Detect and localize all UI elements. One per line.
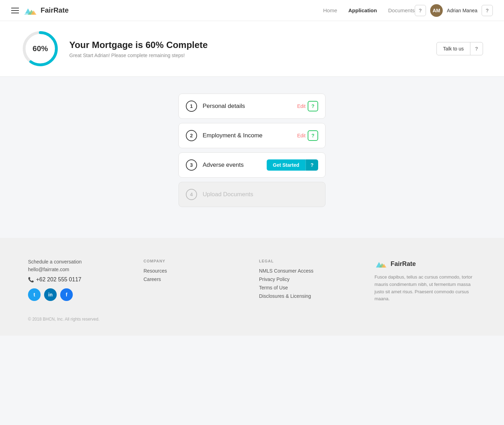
logo-icon bbox=[23, 5, 38, 16]
nav-right: ? AM Adrian Manea ? bbox=[415, 4, 493, 17]
footer-email[interactable]: hello@fairrate.com bbox=[28, 267, 130, 272]
progress-percent: 60% bbox=[33, 44, 48, 53]
step-number-3: 3 bbox=[186, 159, 197, 171]
svg-rect-3 bbox=[25, 13, 28, 15]
schedule-label: Schedule a conversation bbox=[28, 259, 130, 265]
brand-name: FairRate bbox=[41, 6, 69, 14]
main-content: 1 Personal details Edit ? 2 Employment &… bbox=[0, 77, 504, 224]
step-actions-1: Edit ? bbox=[297, 101, 318, 111]
step-number-2: 2 bbox=[186, 130, 197, 141]
user-name: Adrian Manea bbox=[447, 8, 477, 13]
progress-title: Your Mortgage is 60% Complete bbox=[69, 40, 208, 50]
company-heading: Company bbox=[144, 259, 245, 263]
step-actions-3: Get Started ? bbox=[267, 159, 318, 171]
nav-left: FairRate bbox=[11, 5, 323, 16]
step-1-help-button[interactable]: ? bbox=[308, 101, 318, 111]
footer-brand-description: Fusce dapibus, tellus ac cursus commodo,… bbox=[374, 274, 476, 303]
phone-row: 📞 +62 202 555 0117 bbox=[28, 276, 130, 283]
footer-privacy[interactable]: Privacy Policy bbox=[259, 276, 360, 282]
nav-documents[interactable]: Documents bbox=[388, 7, 415, 13]
progress-subtitle: Great Start Adrian! Please complete rema… bbox=[69, 53, 208, 58]
step-title-2: Employment & Income bbox=[203, 132, 292, 139]
footer-logo-icon bbox=[374, 259, 388, 269]
legal-heading: Legal bbox=[259, 259, 360, 263]
footer-contact: Schedule a conversation hello@fairrate.c… bbox=[28, 259, 130, 303]
nav-help-button[interactable]: ? bbox=[415, 5, 426, 16]
avatar: AM bbox=[430, 4, 443, 17]
step-title-4: Upload Documents bbox=[203, 191, 318, 198]
navbar: FairRate Home Application Documents ? AM… bbox=[0, 0, 504, 21]
twitter-button[interactable]: t bbox=[28, 288, 41, 301]
footer-brand-name: FairRate bbox=[391, 260, 416, 268]
nav-links: Home Application Documents bbox=[323, 7, 415, 13]
talk-to-us-button[interactable]: Talk to us ? bbox=[436, 42, 483, 55]
footer-grid: Schedule a conversation hello@fairrate.c… bbox=[28, 259, 476, 303]
get-started-button[interactable]: Get Started bbox=[267, 159, 306, 171]
phone-icon: 📞 bbox=[28, 277, 34, 282]
footer-company: Company Resources Careers bbox=[144, 259, 245, 303]
step-card-3: 3 Adverse events Get Started ? bbox=[178, 152, 326, 178]
talk-btn-help-icon[interactable]: ? bbox=[470, 42, 483, 55]
step-title-1: Personal details bbox=[203, 103, 292, 110]
step-number-1: 1 bbox=[186, 101, 197, 112]
social-row: t in f bbox=[28, 288, 130, 301]
footer-nmls[interactable]: NMLS Consumer Access bbox=[259, 268, 360, 274]
footer-careers[interactable]: Careers bbox=[144, 276, 245, 282]
nav-application[interactable]: Application bbox=[348, 7, 377, 13]
progress-circle: 60% bbox=[21, 29, 59, 68]
footer-copyright: © 2018 BHCN, Inc. All rights reserved. bbox=[28, 317, 476, 322]
hamburger-menu[interactable] bbox=[11, 8, 19, 13]
talk-btn-label[interactable]: Talk to us bbox=[437, 43, 470, 54]
footer-disclosures[interactable]: Disclosures & Licensing bbox=[259, 293, 360, 299]
footer: Schedule a conversation hello@fairrate.c… bbox=[0, 238, 504, 336]
step-card-2: 2 Employment & Income Edit ? bbox=[178, 123, 326, 148]
logo-container: FairRate bbox=[23, 5, 69, 16]
step-card-1: 1 Personal details Edit ? bbox=[178, 94, 326, 119]
progress-info: Your Mortgage is 60% Complete Great Star… bbox=[69, 40, 208, 58]
footer-resources[interactable]: Resources bbox=[144, 268, 245, 274]
footer-brand-logo: FairRate bbox=[374, 259, 476, 269]
step-number-4: 4 bbox=[186, 189, 197, 200]
footer-brand: FairRate Fusce dapibus, tellus ac cursus… bbox=[374, 259, 476, 303]
step-actions-2: Edit ? bbox=[297, 130, 318, 141]
footer-phone: +62 202 555 0117 bbox=[36, 276, 81, 283]
get-started-group: Get Started ? bbox=[267, 159, 318, 171]
footer-terms[interactable]: Terms of Use bbox=[259, 285, 360, 290]
progress-header: 60% Your Mortgage is 60% Complete Great … bbox=[0, 21, 504, 77]
step-2-help-button[interactable]: ? bbox=[308, 130, 318, 141]
step-card-4: 4 Upload Documents bbox=[178, 182, 326, 207]
step-title-3: Adverse events bbox=[203, 162, 261, 169]
step-3-help-button[interactable]: ? bbox=[306, 159, 318, 171]
facebook-button[interactable]: f bbox=[60, 288, 73, 301]
linkedin-button[interactable]: in bbox=[44, 288, 57, 301]
user-help-button[interactable]: ? bbox=[482, 5, 493, 16]
step-2-edit-link[interactable]: Edit bbox=[297, 133, 306, 138]
footer-legal: Legal NMLS Consumer Access Privacy Polic… bbox=[259, 259, 360, 303]
step-1-edit-link[interactable]: Edit bbox=[297, 103, 306, 109]
nav-home[interactable]: Home bbox=[323, 7, 337, 13]
